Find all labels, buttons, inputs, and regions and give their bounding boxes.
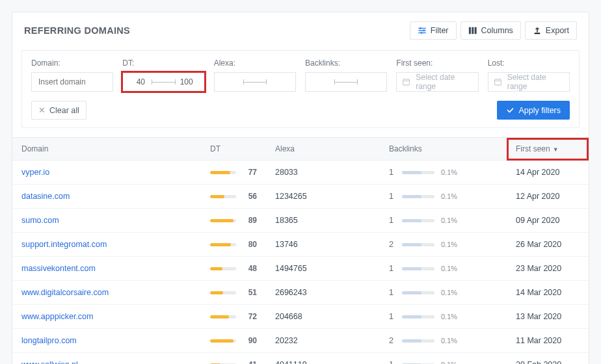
firstseen-value: 13 Mar 2020 <box>507 305 589 329</box>
dt-cell: 77 <box>210 168 257 177</box>
export-button[interactable]: Export <box>525 21 577 40</box>
table-row: www.digitalcorsaire.com51269624310.1%14 … <box>12 281 589 305</box>
backlinks-pct: 0.1% <box>441 240 457 248</box>
dt-value: 90 <box>243 336 257 345</box>
backlinks-cell: 10.1% <box>389 216 498 225</box>
filter-button[interactable]: Filter <box>410 21 457 40</box>
svg-rect-7 <box>472 27 474 34</box>
filter-button-label: Filter <box>431 26 449 35</box>
backlinks-count: 1 <box>389 216 395 225</box>
domain-link[interactable]: www.sellwise.pl <box>21 360 78 364</box>
svg-rect-10 <box>403 79 410 85</box>
dt-value: 51 <box>243 288 257 297</box>
domain-link[interactable]: massivekontent.com <box>21 264 96 273</box>
dt-bar <box>210 267 236 270</box>
dt-bar <box>210 195 236 198</box>
filter-backlinks: Backlinks: <box>305 58 387 92</box>
filter-domain-label: Domain: <box>31 58 113 68</box>
filter-alexa-range[interactable] <box>214 72 296 92</box>
domain-link[interactable]: sumo.com <box>21 216 59 225</box>
backlinks-pct: 0.1% <box>441 265 457 272</box>
firstseen-value: 23 Mar 2020 <box>507 257 589 281</box>
filter-dt-range[interactable]: 40 100 <box>122 72 204 92</box>
calendar-icon <box>494 77 502 86</box>
dt-bar <box>210 315 236 318</box>
columns-button-label: Columns <box>481 26 513 35</box>
backlinks-count: 1 <box>389 168 395 177</box>
filter-dt-max: 100 <box>176 77 198 86</box>
range-line-icon <box>152 82 175 83</box>
alexa-value: 1234265 <box>266 185 380 209</box>
filter-firstseen: First seen: Select date range <box>396 58 478 92</box>
backlinks-count: 1 <box>389 192 395 201</box>
domain-link[interactable]: longtailpro.com <box>21 336 77 345</box>
backlinks-cell: 10.1% <box>389 312 498 321</box>
clear-all-button[interactable]: ✕ Clear all <box>31 101 87 120</box>
table-row: massivekontent.com48149476510.1%23 Mar 2… <box>12 257 589 281</box>
backlinks-count: 1 <box>389 360 395 364</box>
domain-link[interactable]: www.digitalcorsaire.com <box>21 288 109 297</box>
calendar-icon <box>402 77 410 86</box>
firstseen-value: 20 Feb 2020 <box>507 353 589 365</box>
dt-cell: 89 <box>210 216 257 225</box>
th-backlinks[interactable]: Backlinks <box>380 138 507 161</box>
table-row: longtailpro.com902023220.1%11 Mar 2020 <box>12 329 589 353</box>
backlinks-count: 2 <box>389 336 395 345</box>
firstseen-value: 09 Apr 2020 <box>507 209 589 233</box>
domain-link[interactable]: support.integromat.com <box>21 240 107 249</box>
firstseen-value: 12 Apr 2020 <box>507 185 589 209</box>
apply-filters-button[interactable]: Apply filters <box>497 101 570 120</box>
columns-button[interactable]: Columns <box>461 21 521 40</box>
filter-lost: Lost: Select date range <box>488 58 570 92</box>
backlinks-cell: 10.1% <box>389 192 498 201</box>
firstseen-value: 14 Apr 2020 <box>507 161 589 185</box>
upload-icon <box>533 26 542 35</box>
svg-point-4 <box>423 30 425 32</box>
backlinks-pct: 0.1% <box>441 168 457 176</box>
referring-domains-table: Domain DT Alexa Backlinks First seen▼ vy… <box>12 137 589 364</box>
close-icon: ✕ <box>38 105 46 115</box>
domain-link[interactable]: datasine.com <box>21 192 70 201</box>
backlinks-cell: 10.1% <box>389 168 498 177</box>
filter-icon <box>418 26 427 35</box>
columns-icon <box>468 26 477 35</box>
apply-filters-label: Apply filters <box>518 106 561 115</box>
backlinks-bar <box>402 291 434 294</box>
domain-link[interactable]: www.apppicker.com <box>21 312 93 321</box>
dt-value: 77 <box>243 168 257 177</box>
backlinks-bar <box>402 315 434 318</box>
svg-rect-6 <box>468 27 470 34</box>
alexa-value: 204668 <box>266 305 380 329</box>
backlinks-pct: 0.1% <box>441 289 457 296</box>
clear-all-label: Clear all <box>49 106 79 115</box>
sort-desc-icon: ▼ <box>553 146 559 153</box>
backlinks-count: 1 <box>389 264 395 273</box>
th-alexa[interactable]: Alexa <box>266 138 380 161</box>
filter-backlinks-range[interactable] <box>305 72 387 92</box>
filter-domain-input[interactable] <box>31 72 113 92</box>
backlinks-pct: 0.1% <box>441 361 457 364</box>
filter-backlinks-label: Backlinks: <box>305 58 387 68</box>
table-row: datasine.com56123426510.1%12 Apr 2020 <box>12 185 589 209</box>
backlinks-bar <box>402 267 434 270</box>
filter-firstseen-picker[interactable]: Select date range <box>396 72 478 92</box>
main-card: REFERRING DOMAINS Filter Columns Export … <box>12 12 589 364</box>
backlinks-cell: 10.1% <box>389 264 498 273</box>
dt-cell: 51 <box>210 288 257 297</box>
dt-value: 89 <box>243 216 257 225</box>
backlinks-pct: 0.1% <box>441 313 457 320</box>
dt-bar <box>210 243 236 246</box>
dt-bar <box>210 339 236 343</box>
firstseen-value: 11 Mar 2020 <box>507 329 589 353</box>
th-dt[interactable]: DT <box>201 138 266 161</box>
domain-link[interactable]: vyper.io <box>21 168 49 177</box>
svg-point-5 <box>420 32 422 34</box>
dt-cell: 56 <box>210 192 257 201</box>
th-firstseen[interactable]: First seen▼ <box>507 138 589 161</box>
filter-lost-picker[interactable]: Select date range <box>488 72 570 92</box>
svg-rect-9 <box>534 33 540 34</box>
th-domain[interactable]: Domain <box>12 138 201 161</box>
backlinks-cell: 10.1% <box>389 360 498 364</box>
dt-value: 80 <box>243 240 257 249</box>
backlinks-count: 1 <box>389 312 395 321</box>
